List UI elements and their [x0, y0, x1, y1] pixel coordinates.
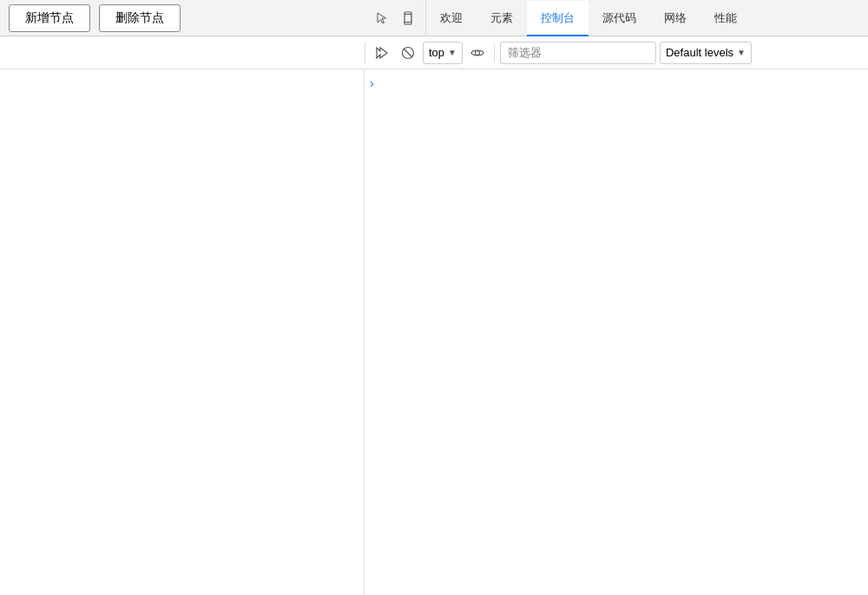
left-panel	[0, 69, 365, 595]
main-content: ›	[0, 69, 868, 595]
levels-label: Default levels	[666, 46, 733, 59]
context-dropdown[interactable]: top ▼	[423, 42, 463, 64]
execute-icon[interactable]	[371, 42, 393, 64]
delete-node-button[interactable]: 删除节点	[99, 4, 181, 32]
nav-icons-group	[365, 0, 426, 36]
tab-performance[interactable]: 性能	[700, 1, 751, 36]
device-toggle-icon[interactable]	[396, 6, 420, 30]
tab-elements[interactable]: 元素	[477, 1, 527, 36]
filter-input[interactable]	[500, 42, 656, 64]
context-dropdown-arrow: ▼	[448, 48, 457, 57]
nav-tabs-area: 欢迎 元素 控制台 源代码 网络 性能	[365, 0, 868, 36]
eye-icon[interactable]	[466, 42, 489, 64]
svg-line-5	[404, 49, 412, 57]
console-output: ›	[365, 69, 868, 595]
top-nav-bar: 新增节点 删除节点 欢迎	[0, 0, 868, 36]
svg-point-6	[475, 50, 479, 55]
svg-point-3	[408, 23, 409, 23]
tab-welcome[interactable]: 欢迎	[426, 1, 477, 36]
console-prompt-chevron[interactable]: ›	[370, 76, 374, 90]
toolbar-row: top ▼ Default levels ▼	[0, 36, 868, 69]
tab-network[interactable]: 网络	[650, 1, 700, 36]
context-dropdown-label: top	[429, 46, 444, 59]
nav-tabs: 欢迎 元素 控制台 源代码 网络 性能	[426, 0, 751, 36]
clear-icon[interactable]	[397, 42, 419, 64]
add-node-button[interactable]: 新增节点	[9, 4, 90, 32]
tab-sources[interactable]: 源代码	[589, 1, 650, 36]
levels-dropdown[interactable]: Default levels ▼	[660, 42, 752, 64]
inspect-cursor-icon[interactable]	[370, 6, 394, 30]
console-toolbar: top ▼ Default levels ▼	[365, 42, 868, 64]
toolbar-separator	[494, 43, 495, 62]
tab-console[interactable]: 控制台	[527, 1, 589, 36]
left-panel-top: 新增节点 删除节点	[0, 0, 365, 36]
levels-arrow: ▼	[737, 48, 746, 57]
